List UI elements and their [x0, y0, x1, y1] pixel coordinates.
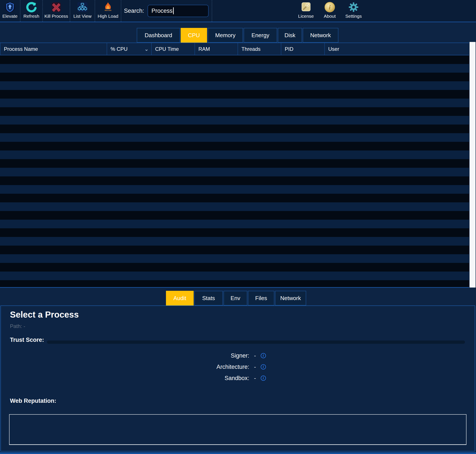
column-header-cpu-time[interactable]: CPU Time — [152, 43, 195, 55]
tab-energy[interactable]: Energy — [244, 28, 277, 43]
toolbar-separator — [212, 0, 212, 22]
table-row[interactable] — [0, 98, 469, 107]
trust-score-bar — [47, 340, 465, 344]
license-label: License — [298, 14, 314, 19]
tab-disk[interactable]: Disk — [278, 28, 302, 43]
sandbox-label: Sandbox: — [163, 375, 249, 382]
license-button[interactable]: License — [294, 0, 318, 22]
architecture-value: - — [254, 364, 256, 370]
architecture-row: Architecture: - i — [162, 363, 266, 371]
about-button[interactable]: i About — [318, 0, 342, 22]
tree-view-icon — [77, 1, 88, 13]
table-row[interactable] — [0, 133, 469, 142]
table-row[interactable] — [0, 116, 469, 125]
sort-chevron-icon: ⌄ — [144, 48, 149, 50]
elevate-label: Elevate — [2, 14, 17, 19]
path-label: Path: — [10, 323, 22, 329]
settings-button[interactable]: Settings — [342, 0, 366, 22]
panel-title: Select a Process — [10, 310, 79, 319]
detail-tabbar: Audit Stats Env Files Network — [166, 291, 306, 305]
text-caret — [173, 7, 174, 14]
table-row[interactable] — [0, 228, 469, 237]
table-row[interactable] — [0, 194, 469, 202]
detail-panel: Select a Process Path: - Trust Score: Si… — [0, 305, 475, 451]
search-group: Search: Process — [121, 0, 212, 22]
signer-value: - — [254, 352, 256, 359]
column-header-ram[interactable]: RAM — [195, 43, 238, 55]
table-row[interactable] — [0, 64, 469, 73]
table-row[interactable] — [0, 125, 469, 133]
table-row[interactable] — [0, 237, 469, 246]
table-row[interactable] — [0, 55, 469, 64]
column-header-pid[interactable]: PID — [281, 43, 325, 55]
tab-audit[interactable]: Audit — [166, 291, 194, 305]
web-reputation-label: Web Reputation: — [10, 398, 56, 404]
table-row[interactable] — [0, 246, 469, 254]
table-row[interactable] — [0, 280, 469, 288]
table-row[interactable] — [0, 272, 469, 280]
architecture-label: Architecture: — [163, 364, 249, 370]
about-label: About — [324, 14, 336, 19]
table-row[interactable] — [0, 151, 469, 159]
table-row[interactable] — [0, 263, 469, 272]
table-row[interactable] — [0, 202, 469, 211]
signer-info-icon[interactable]: i — [261, 353, 266, 358]
sandbox-value: - — [254, 375, 256, 382]
sandbox-info-icon[interactable]: i — [261, 376, 266, 381]
flame-icon: HIGH LOAD — [102, 1, 114, 13]
tab-stats[interactable]: Stats — [194, 291, 223, 305]
high-load-button[interactable]: HIGH LOAD High Load — [95, 0, 121, 22]
search-input[interactable]: Process — [148, 5, 209, 17]
toolbar: Elevate Refresh Kill Process — [0, 0, 476, 22]
info-coin-icon: i — [324, 1, 336, 13]
tab-cpu[interactable]: CPU — [181, 28, 207, 43]
table-row[interactable] — [0, 254, 469, 263]
svg-text:HIGH LOAD: HIGH LOAD — [105, 10, 111, 11]
table-row[interactable] — [0, 185, 469, 194]
elevate-button[interactable]: Elevate — [0, 0, 20, 22]
elevate-shield-icon — [4, 1, 16, 13]
table-row[interactable] — [0, 176, 469, 185]
process-table-header: Process Name % CPU ⌄ CPU Time RAM Thread… — [0, 43, 469, 55]
table-row[interactable] — [0, 107, 469, 116]
table-row[interactable] — [0, 73, 469, 81]
column-header-cpu-percent[interactable]: % CPU ⌄ — [107, 43, 152, 55]
kill-x-icon — [50, 1, 62, 13]
table-row[interactable] — [0, 168, 469, 176]
signer-label: Signer: — [163, 352, 249, 359]
refresh-button[interactable]: Refresh — [21, 0, 42, 22]
table-bottom-border — [0, 287, 469, 288]
kill-process-button[interactable]: Kill Process — [43, 0, 70, 22]
search-input-value: Process — [151, 8, 173, 14]
table-row[interactable] — [0, 142, 469, 151]
column-header-process-name[interactable]: Process Name — [0, 43, 107, 55]
tab-network[interactable]: Network — [303, 28, 338, 43]
tab-env[interactable]: Env — [224, 291, 247, 305]
kill-process-label: Kill Process — [44, 14, 68, 19]
column-header-threads[interactable]: Threads — [238, 43, 281, 55]
table-row[interactable] — [0, 211, 469, 220]
table-row[interactable] — [0, 90, 469, 98]
refresh-icon — [25, 1, 37, 13]
column-header-user[interactable]: User — [325, 43, 469, 55]
vertical-scrollbar[interactable] — [469, 42, 476, 288]
sandbox-row: Sandbox: - i — [162, 374, 266, 382]
search-label: Search: — [124, 8, 144, 14]
signer-row: Signer: - i — [162, 352, 266, 360]
tab-files[interactable]: Files — [248, 291, 274, 305]
tab-detail-network[interactable]: Network — [275, 291, 306, 305]
toolbar-right-group: License i About — [294, 0, 366, 22]
table-row[interactable] — [0, 220, 469, 228]
table-row[interactable] — [0, 81, 469, 90]
path-value: - — [23, 323, 25, 329]
tab-dashboard[interactable]: Dashboard — [137, 28, 180, 43]
table-row[interactable] — [0, 159, 469, 168]
architecture-info-icon[interactable]: i — [261, 364, 266, 370]
list-view-label: List View — [73, 14, 92, 19]
gear-icon — [348, 1, 359, 13]
list-view-button[interactable]: List View — [70, 0, 94, 22]
tab-memory[interactable]: Memory — [208, 28, 243, 43]
high-load-label: High Load — [98, 14, 118, 19]
trust-score-label: Trust Score: — [10, 337, 44, 343]
web-reputation-box — [9, 414, 467, 445]
